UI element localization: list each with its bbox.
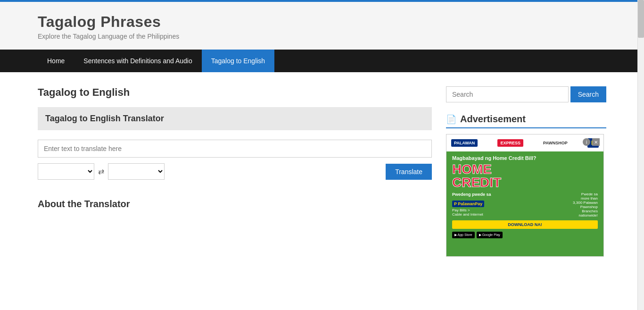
site-title: Tagalog Phrases — [38, 13, 606, 31]
ad-store-badges: ▶ App Store ▶ Google Play — [452, 232, 598, 238]
ad-pay-bills: Pay Bills >Cable and Internet — [452, 208, 523, 217]
ad-top-logos: PALAWAN EXPRESS PAWNSHOP P i ✕ — [446, 134, 603, 151]
content-area: Tagalog to English Tagalog to English Tr… — [38, 86, 432, 257]
translate-controls: ⇄ Translate — [38, 163, 432, 180]
scrollbar-thumb[interactable] — [638, 0, 644, 38]
nav-bar: Home Sentences with Definitions and Audi… — [0, 50, 644, 72]
ad-main-text: HOMECREDIT — [452, 163, 598, 189]
ad-section: 📄 Advertisement PALAWAN EXPRESS PAWNSHOP… — [446, 114, 606, 257]
ad-right: Pwede samore than3,300 PalawanPawnshopBr… — [527, 192, 598, 218]
ad-controls: i ✕ — [583, 138, 600, 146]
translate-button[interactable]: Translate — [386, 164, 432, 180]
ad-banner: PALAWAN EXPRESS PAWNSHOP P i ✕ Magbabaya… — [446, 134, 604, 257]
search-button[interactable]: Search — [570, 86, 606, 102]
ad-title: Advertisement — [460, 114, 526, 125]
advertisement-icon: 📄 — [446, 114, 456, 125]
ad-close-button[interactable]: ✕ — [592, 138, 600, 146]
ad-info-button[interactable]: i — [583, 138, 590, 146]
palawanpay-logo: P PalawanPay — [452, 201, 484, 207]
site-header: Tagalog Phrases Explore the Tagalog Lang… — [0, 2, 644, 50]
pawnshop-label: PAWNSHOP — [543, 141, 568, 145]
page-title: Tagalog to English — [38, 86, 432, 99]
site-subtitle: Explore the Tagalog Language of the Phil… — [38, 33, 606, 40]
search-input[interactable] — [446, 86, 569, 102]
ad-header: 📄 Advertisement — [446, 114, 606, 128]
ad-more-text: Pwede samore than3,300 PalawanPawnshopBr… — [527, 192, 598, 218]
translate-input[interactable] — [38, 140, 432, 158]
nav-item-home[interactable]: Home — [38, 50, 74, 72]
swap-languages-icon[interactable]: ⇄ — [98, 167, 104, 176]
app-store-badge[interactable]: ▶ App Store — [452, 232, 475, 238]
ad-pwede-text: Pwedeng pwede sa — [452, 192, 523, 197]
ad-body: Magbabayad ng Home Credit Bill? HOMECRED… — [446, 151, 603, 242]
google-play-badge[interactable]: ▶ Google Play — [477, 232, 503, 238]
nav-item-tagalog-english[interactable]: Tagalog to English — [202, 50, 274, 72]
source-language-select[interactable] — [38, 163, 94, 180]
translator-box-title: Tagalog to English Translator — [45, 114, 424, 124]
ad-left: Pwedeng pwede sa P PalawanPay Pay Bills … — [452, 192, 523, 218]
scrollbar — [637, 0, 644, 271]
main-container: Tagalog to English Tagalog to English Tr… — [0, 72, 644, 271]
search-box: Search — [446, 86, 606, 102]
ad-download-button[interactable]: DOWNLOAD NA! — [452, 220, 598, 229]
express-logo: EXPRESS — [497, 139, 523, 147]
target-language-select[interactable] — [108, 163, 165, 180]
about-title: About the Translator — [38, 199, 432, 209]
ad-sub-section: Pwedeng pwede sa P PalawanPay Pay Bills … — [452, 192, 598, 218]
palawan-logo: PALAWAN — [451, 139, 478, 147]
sidebar: Search 📄 Advertisement PALAWAN EXPRESS P… — [446, 86, 606, 257]
about-section: About the Translator — [38, 199, 432, 209]
nav-item-sentences[interactable]: Sentences with Definitions and Audio — [74, 50, 201, 72]
translator-box: Tagalog to English Translator — [38, 107, 432, 130]
ad-question: Magbabayad ng Home Credit Bill? — [452, 155, 598, 161]
